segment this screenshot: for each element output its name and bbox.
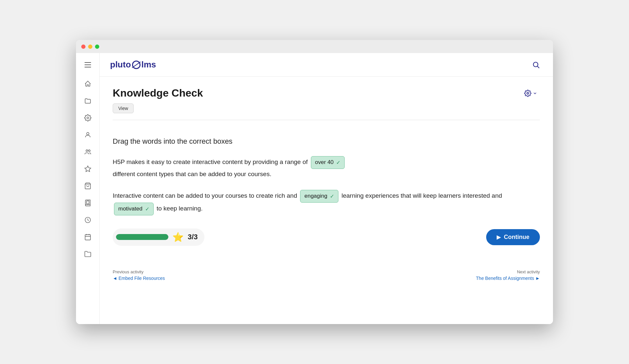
previous-activity-label: Previous activity	[113, 269, 165, 274]
sidebar-item-folder2[interactable]	[81, 247, 95, 261]
sidebar-item-settings[interactable]	[81, 111, 95, 125]
svg-marker-4	[85, 166, 90, 172]
logo-text-lms: lms	[142, 60, 156, 70]
continue-button[interactable]: ▶ Continue	[486, 229, 540, 245]
star-icon: ⭐	[172, 232, 184, 243]
instruction-text: Drag the words into the correct boxes	[113, 137, 540, 146]
progress-bar	[116, 234, 168, 240]
next-activity-link[interactable]: The Benefits of Assignments ►	[476, 276, 540, 281]
word3-text: motivated	[118, 204, 143, 214]
logo-text-pluto: pluto	[110, 60, 131, 70]
sentence2-middle: learning experiences that will keep lear…	[341, 192, 502, 199]
titlebar	[76, 40, 553, 53]
logo[interactable]: pluto lms	[110, 60, 156, 70]
svg-line-14	[538, 66, 540, 68]
settings-gear-button[interactable]	[522, 87, 540, 100]
bottom-nav: Previous activity ◄ Embed File Resources…	[113, 262, 540, 281]
svg-point-3	[88, 150, 90, 152]
search-button[interactable]	[529, 58, 543, 71]
sentence1-before: H5P makes it easy to create interactive …	[113, 158, 308, 165]
word1-text: over 40	[315, 158, 334, 167]
svg-point-1	[86, 133, 89, 135]
progress-bar-fill	[116, 234, 168, 240]
svg-point-2	[86, 150, 88, 152]
logo-orbit-icon	[132, 61, 141, 69]
check-icon-3: ✓	[145, 205, 149, 213]
svg-point-15	[527, 92, 529, 94]
check-icon-1: ✓	[336, 158, 340, 167]
sidebar-item-home[interactable]	[81, 77, 95, 91]
continue-label: Continue	[504, 234, 529, 241]
score-text: 3/3	[188, 233, 198, 241]
play-icon: ▶	[497, 234, 501, 240]
exercise-area: Drag the words into the correct boxes H5…	[113, 131, 540, 287]
sidebar-item-book[interactable]	[81, 196, 95, 210]
sentence2-before: Interactive content can be added to your…	[113, 192, 297, 199]
sidebar-item-calendar[interactable]	[81, 230, 95, 244]
sentence1-after: different content types that can be adde…	[113, 171, 271, 177]
svg-rect-9	[85, 235, 90, 240]
previous-activity-link[interactable]: ◄ Embed File Resources	[113, 276, 165, 281]
divider	[113, 120, 540, 120]
check-icon-2: ✓	[330, 192, 334, 201]
close-button[interactable]	[81, 45, 86, 49]
svg-point-13	[533, 62, 538, 67]
view-button[interactable]: View	[113, 103, 134, 113]
word2-text: engaging	[304, 191, 327, 201]
page-header: Knowledge Check	[113, 87, 540, 100]
minimize-button[interactable]	[88, 45, 92, 49]
next-activity-label: Next activity	[476, 269, 540, 274]
app-header: pluto lms	[100, 53, 553, 77]
filled-word-3: motivated ✓	[114, 203, 154, 215]
content-area: Knowledge Check View	[100, 77, 553, 324]
score-area: ⭐ 3/3 ▶ Continue	[113, 228, 540, 246]
hamburger-menu-button[interactable]	[81, 58, 94, 71]
sidebar-item-group[interactable]	[81, 145, 95, 159]
sentence-block-1: H5P makes it easy to create interactive …	[113, 156, 540, 179]
filled-word-2: engaging ✓	[300, 190, 338, 203]
sidebar	[76, 53, 100, 324]
svg-rect-7	[86, 201, 89, 204]
filled-word-1: over 40 ✓	[311, 156, 345, 169]
svg-point-0	[87, 117, 89, 119]
sidebar-item-user[interactable]	[81, 128, 95, 142]
sidebar-item-bag[interactable]	[81, 179, 95, 193]
sidebar-item-folder[interactable]	[81, 94, 95, 108]
sentence2-after: to keep learning.	[157, 205, 203, 212]
sidebar-item-favorites[interactable]	[81, 162, 95, 176]
maximize-button[interactable]	[95, 45, 99, 49]
next-activity-group: Next activity The Benefits of Assignment…	[476, 269, 540, 281]
sentence-block-2: Interactive content can be added to your…	[113, 190, 540, 215]
sidebar-item-clock[interactable]	[81, 213, 95, 227]
page-title: Knowledge Check	[113, 87, 203, 99]
score-left-panel: ⭐ 3/3	[113, 228, 204, 246]
previous-activity-group: Previous activity ◄ Embed File Resources	[113, 269, 165, 281]
